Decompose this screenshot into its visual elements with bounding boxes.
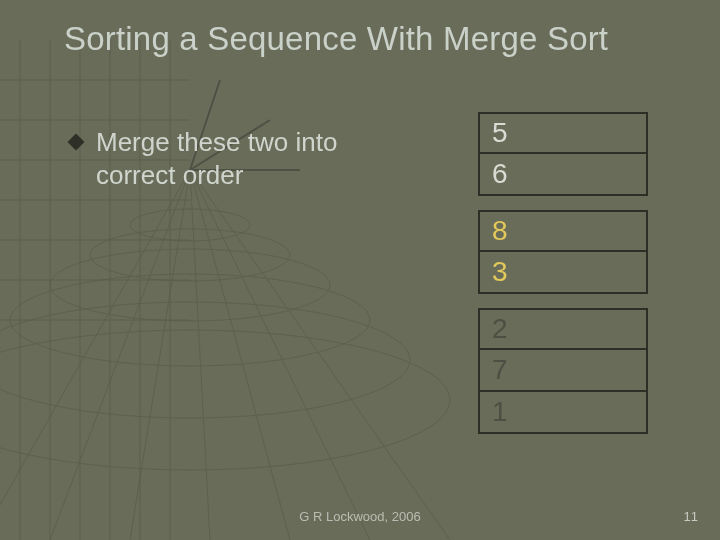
group-3: 2 7 1 bbox=[478, 308, 648, 434]
svg-point-7 bbox=[0, 330, 450, 470]
bullet-text: Merge these two into correct order bbox=[96, 126, 420, 191]
page-number: 11 bbox=[684, 509, 698, 524]
group-1: 5 6 bbox=[478, 112, 648, 196]
svg-line-6 bbox=[190, 170, 450, 540]
footer-credit: G R Lockwood, 2006 bbox=[0, 509, 720, 524]
svg-point-9 bbox=[10, 274, 370, 366]
group-2: 8 3 bbox=[478, 210, 648, 294]
cell: 1 bbox=[478, 392, 648, 434]
svg-line-4 bbox=[190, 170, 290, 540]
cell: 8 bbox=[478, 210, 648, 252]
svg-line-3 bbox=[190, 170, 210, 540]
svg-point-12 bbox=[130, 209, 250, 241]
svg-line-5 bbox=[190, 170, 370, 540]
svg-point-11 bbox=[90, 229, 290, 281]
cell: 2 bbox=[478, 308, 648, 350]
svg-line-1 bbox=[50, 170, 190, 540]
bullet-diamond-icon bbox=[68, 134, 85, 151]
bullet-item: Merge these two into correct order bbox=[70, 126, 420, 191]
cell: 7 bbox=[478, 350, 648, 392]
cell: 6 bbox=[478, 154, 648, 196]
slide-title: Sorting a Sequence With Merge Sort bbox=[64, 20, 608, 58]
svg-line-2 bbox=[130, 170, 190, 540]
value-stack: 5 6 8 3 2 7 1 bbox=[478, 112, 648, 434]
cell: 3 bbox=[478, 252, 648, 294]
svg-point-10 bbox=[50, 249, 330, 321]
svg-line-0 bbox=[0, 170, 190, 540]
svg-point-8 bbox=[0, 302, 410, 418]
cell: 5 bbox=[478, 112, 648, 154]
